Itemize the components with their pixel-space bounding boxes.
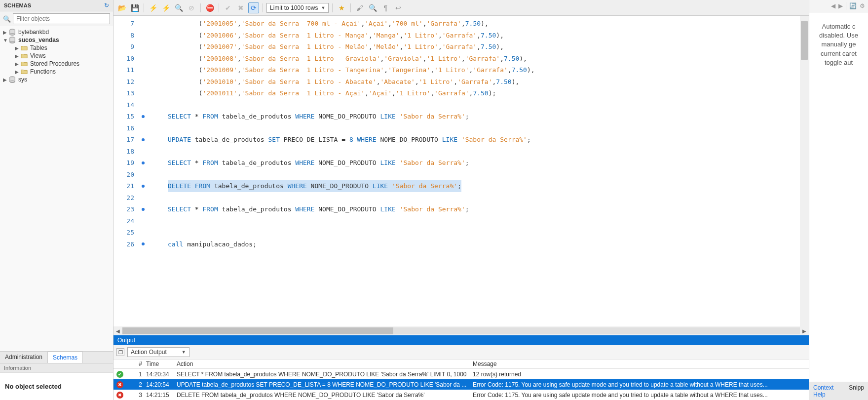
commit-icon[interactable]: ⛔ — [204, 2, 215, 13]
right-panel: ◀ ▶ 🔄 ⚙ Automatic cdisabled. Usemanually… — [809, 0, 868, 400]
output-row[interactable]: ✔114:20:34SELECT * FROM tabela_de_produt… — [113, 369, 809, 379]
tab-snippets[interactable]: Snipp — [845, 382, 868, 400]
favorite-icon[interactable]: ★ — [336, 2, 347, 13]
row-limit-label: Limit to 1000 rows — [270, 4, 318, 11]
right-panel-toolbar: ◀ ▶ 🔄 ⚙ — [809, 0, 868, 12]
sidebar-tabs: Administration Schemas — [0, 351, 113, 363]
vertical-scrollbar[interactable] — [800, 16, 809, 326]
clear-output-icon[interactable]: ❐ — [116, 348, 124, 356]
autocommit-on-icon[interactable]: ✔ — [223, 2, 233, 13]
information-header: Information — [0, 363, 113, 372]
wrap-icon[interactable]: ↩ — [393, 2, 404, 13]
beautify-icon[interactable]: 🖌 — [354, 2, 365, 13]
sidebar: SCHEMAS ↻ 🔍 ▶bytebankbd▼sucos_vendas▶Tab… — [0, 0, 113, 400]
output-type-label: Action Output — [131, 349, 167, 356]
execute-current-icon[interactable]: ⚡ — [160, 2, 171, 13]
main: 📂 💾 ⚡ ⚡ 🔍 ⊘ ⛔ ✔ ✖ ⟳ Limit to 1000 rows ▼… — [113, 0, 809, 400]
col-num: # — [130, 360, 146, 367]
find-icon[interactable]: 🔍 — [367, 2, 378, 13]
output-row[interactable]: ✖214:20:54UPDATE tabela_de_produtos SET … — [113, 379, 809, 390]
schema-item-sucos_vendas[interactable]: ▼sucos_vendas — [0, 36, 113, 44]
stop-icon[interactable]: ⊘ — [186, 2, 197, 13]
editor-wrap: 7891011121314151617181920212223242526 ('… — [113, 16, 809, 326]
tab-administration[interactable]: Administration — [0, 352, 47, 363]
output-toolbar: ❐ Action Output ▼ — [113, 345, 809, 360]
output-header: Output — [113, 335, 809, 345]
schema-child-tables[interactable]: ▶Tables — [0, 44, 113, 52]
tab-context-help[interactable]: Context Help — [809, 382, 845, 400]
open-file-icon[interactable]: 📂 — [116, 2, 127, 13]
col-action: Action — [175, 360, 471, 367]
search-icon: 🔍 — [3, 15, 11, 23]
filter-input[interactable] — [13, 13, 110, 24]
explain-icon[interactable]: 🔍 — [173, 2, 184, 13]
dropdown-icon: ▼ — [321, 5, 325, 10]
nav-fwd-icon[interactable]: ▶ — [838, 2, 843, 9]
help-toggle-icon[interactable]: ⚙ — [860, 2, 865, 9]
schema-child-stored-procedures[interactable]: ▶Stored Procedures — [0, 60, 113, 68]
schemas-title: SCHEMAS — [4, 2, 31, 8]
right-panel-tabs: Context Help Snipp — [809, 382, 868, 400]
execute-icon[interactable]: ⚡ — [148, 2, 158, 13]
right-panel-body: Automatic cdisabled. Usemanually gecurre… — [809, 12, 868, 382]
sidebar-header: SCHEMAS ↻ — [0, 0, 113, 11]
row-limit-select[interactable]: Limit to 1000 rows ▼ — [266, 3, 329, 13]
tab-schemas[interactable]: Schemas — [47, 352, 83, 363]
output-type-select[interactable]: Action Output ▼ — [127, 347, 189, 357]
scroll-left-icon[interactable]: ◀ — [113, 328, 122, 334]
toggle-autocommit-icon[interactable]: ⟳ — [248, 2, 259, 13]
horizontal-scrollbar[interactable]: ◀ ▶ — [113, 326, 809, 335]
sql-editor[interactable]: 7891011121314151617181920212223242526 ('… — [113, 16, 809, 326]
filter-row: 🔍 — [0, 11, 113, 26]
col-message: Message — [471, 360, 806, 367]
information-body: No object selected — [0, 372, 113, 400]
schema-item-sys[interactable]: ▶sys — [0, 76, 113, 83]
help-refresh-icon[interactable]: 🔄 — [849, 2, 857, 9]
editor-toolbar: 📂 💾 ⚡ ⚡ 🔍 ⊘ ⛔ ✔ ✖ ⟳ Limit to 1000 rows ▼… — [113, 0, 809, 16]
output-columns: # Time Action Message — [113, 360, 809, 369]
no-object-text: No object selected — [5, 383, 108, 390]
col-time: Time — [146, 360, 175, 367]
invisible-chars-icon[interactable]: ¶ — [380, 2, 391, 13]
schema-child-functions[interactable]: ▶Functions — [0, 68, 113, 76]
save-icon[interactable]: 💾 — [129, 2, 140, 13]
scroll-right-icon[interactable]: ▶ — [800, 328, 809, 334]
dropdown-icon: ▼ — [182, 350, 186, 355]
refresh-icon[interactable]: ↻ — [104, 2, 109, 9]
output-row[interactable]: ✖314:21:15DELETE FROM tabela_de_produtos… — [113, 390, 809, 400]
autocommit-off-icon[interactable]: ✖ — [235, 2, 246, 13]
output-rows[interactable]: ✔114:20:34SELECT * FROM tabela_de_produt… — [113, 369, 809, 400]
schema-child-views[interactable]: ▶Views — [0, 52, 113, 60]
schema-tree[interactable]: ▶bytebankbd▼sucos_vendas▶Tables▶Views▶St… — [0, 26, 113, 351]
nav-back-icon[interactable]: ◀ — [831, 2, 835, 9]
schema-item-bytebankbd[interactable]: ▶bytebankbd — [0, 28, 113, 36]
